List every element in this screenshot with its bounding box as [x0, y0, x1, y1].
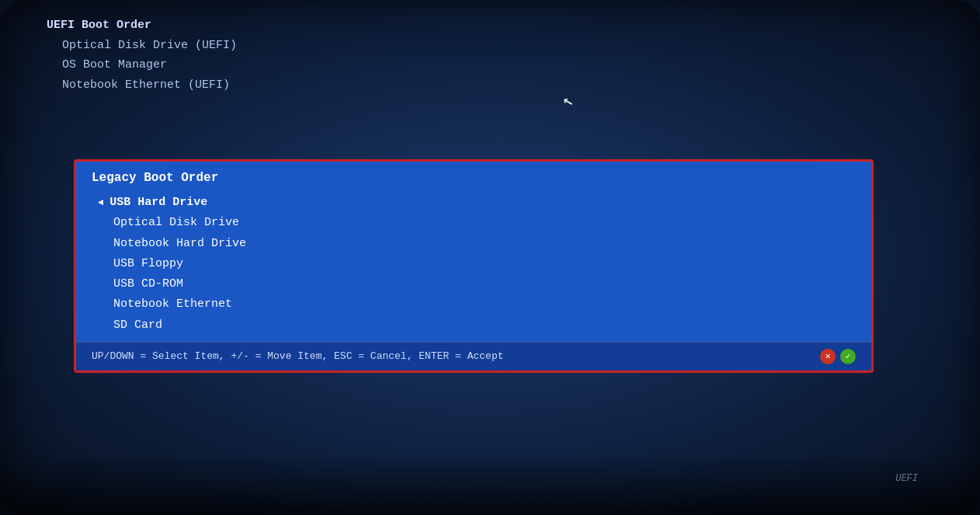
- legacy-title: Legacy Boot Order: [92, 171, 856, 185]
- legacy-item-sd-card[interactable]: SD Card: [92, 315, 856, 336]
- legacy-item-label-1: USB Hard Drive: [109, 193, 207, 213]
- legacy-item-notebook-ethernet[interactable]: Notebook Ethernet: [92, 294, 856, 315]
- cancel-icon[interactable]: ✕: [820, 349, 836, 364]
- footer-icons: ✕ ✓: [820, 349, 856, 364]
- accept-icon[interactable]: ✓: [840, 349, 856, 364]
- legacy-item-usb-floppy[interactable]: USB Floppy: [92, 254, 856, 274]
- uefi-item-2[interactable]: OS Boot Manager: [47, 55, 933, 75]
- selected-arrow-icon: ◄: [98, 195, 103, 211]
- uefi-item-3[interactable]: Notebook Ethernet (UEFI): [47, 75, 933, 96]
- legacy-item-usb-cdrom[interactable]: USB CD-ROM: [92, 274, 856, 294]
- legacy-item-label-5: USB CD-ROM: [98, 274, 183, 294]
- legacy-item-notebook-hdd[interactable]: Notebook Hard Drive: [92, 234, 856, 254]
- legacy-boot-dialog: Legacy Boot Order ◄ USB Hard Drive Optic…: [74, 159, 874, 373]
- legacy-item-usb-hard-drive[interactable]: ◄ USB Hard Drive: [92, 193, 856, 213]
- uefi-boot-section: UEFI Boot Order Optical Disk Drive (UEFI…: [47, 16, 933, 95]
- bios-logo: UEFI: [895, 473, 918, 484]
- footer-help-text: UP/DOWN = Select Item, +/- = Move Item, …: [92, 350, 504, 362]
- legacy-footer: UP/DOWN = Select Item, +/- = Move Item, …: [76, 342, 871, 371]
- legacy-item-optical[interactable]: Optical Disk Drive: [92, 213, 856, 233]
- bios-screen: UEFI Boot Order Optical Disk Drive (UEFI…: [0, 0, 980, 515]
- uefi-section-title: UEFI Boot Order: [47, 16, 933, 36]
- legacy-item-label-4: USB Floppy: [98, 254, 183, 274]
- legacy-item-label-6: Notebook Ethernet: [98, 294, 232, 315]
- bios-content: UEFI Boot Order Optical Disk Drive (UEFI…: [47, 16, 933, 492]
- legacy-item-label-2: Optical Disk Drive: [98, 213, 239, 233]
- legacy-item-label-3: Notebook Hard Drive: [98, 234, 246, 254]
- mouse-cursor: ↖: [561, 92, 575, 112]
- uefi-item-1[interactable]: Optical Disk Drive (UEFI): [47, 36, 933, 56]
- legacy-body: Legacy Boot Order ◄ USB Hard Drive Optic…: [76, 162, 871, 342]
- legacy-item-label-7: SD Card: [98, 315, 162, 336]
